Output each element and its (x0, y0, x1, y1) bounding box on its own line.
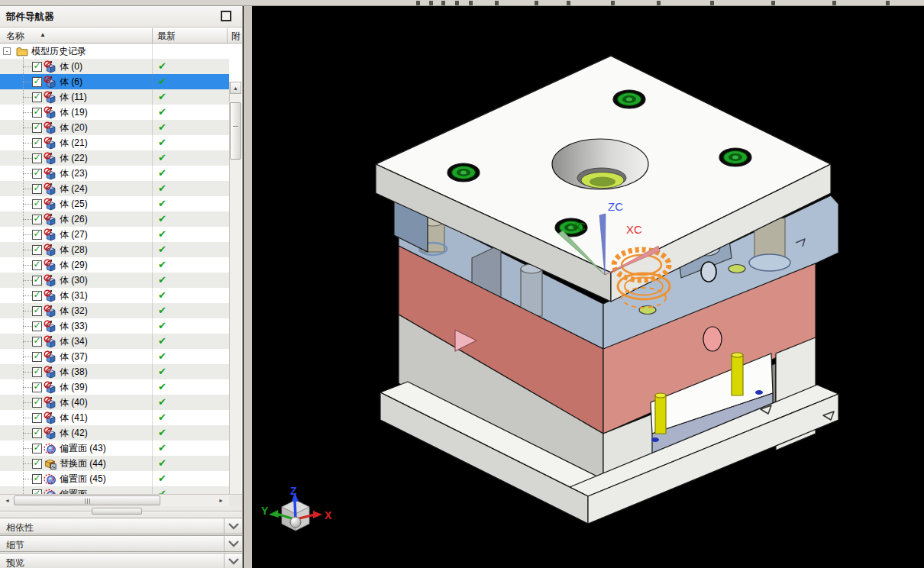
tree-row[interactable]: ✓ 体 (22) ✔ (0, 150, 229, 166)
row-label[interactable]: 体 (39) (60, 381, 88, 394)
tree-row[interactable]: ✓ 体 (31) ✔ (0, 288, 229, 303)
column-name[interactable]: 名称 (6, 30, 24, 43)
tree-row-model-history[interactable]: - 模型历史记录 (0, 44, 229, 59)
collapse-icon[interactable]: - (3, 47, 11, 55)
tree-row[interactable]: ✓ 体 (28) ✔ (0, 242, 229, 257)
row-label[interactable]: 体 (19) (60, 106, 88, 119)
view-triad[interactable]: Z Y X (261, 485, 332, 531)
tree-row[interactable]: ✓ 替换面 (44) ✔ (0, 456, 229, 471)
chevron-down-icon[interactable] (224, 518, 242, 534)
row-label[interactable]: 体 (41) (60, 411, 88, 424)
row-checkbox[interactable]: ✓ (32, 276, 42, 286)
vertical-scroll-thumb[interactable] (230, 102, 241, 160)
row-checkbox[interactable]: ✓ (32, 184, 42, 194)
row-checkbox[interactable]: ✓ (32, 306, 42, 316)
scroll-left-icon[interactable]: ◄ (2, 495, 13, 505)
vertical-scrollbar[interactable]: ▲ ▼ (229, 82, 241, 494)
tree-row[interactable]: ✓ 体 (23) ✔ (0, 166, 229, 181)
row-checkbox[interactable]: ✓ (32, 77, 42, 87)
tree-row[interactable]: ✓ 体 (6) ✔ (0, 74, 229, 89)
row-label[interactable]: 体 (27) (60, 228, 88, 241)
row-checkbox[interactable]: ✓ (32, 291, 42, 301)
row-label[interactable]: 体 (26) (60, 213, 88, 226)
row-label[interactable]: 偏置面 (45) (60, 473, 106, 486)
row-label[interactable]: 体 (25) (60, 198, 88, 211)
row-label[interactable]: 体 (23) (60, 167, 88, 180)
section-details[interactable]: 细节 (0, 535, 242, 552)
row-checkbox[interactable]: ✓ (32, 108, 42, 118)
row-label[interactable]: 体 (40) (60, 396, 88, 409)
tree-row[interactable]: ✓ 体 (30) ✔ (0, 273, 229, 288)
graphics-viewport[interactable]: ZC XC YC Z Y X (252, 6, 924, 568)
tree-row[interactable]: ✓ 体 (34) ✔ (0, 334, 229, 349)
row-checkbox[interactable]: ✓ (32, 413, 42, 423)
row-checkbox[interactable]: ✓ (32, 199, 42, 209)
row-label[interactable]: 体 (24) (60, 182, 88, 195)
tree-row[interactable]: ✓ 体 (26) ✔ (0, 211, 229, 227)
tree-row[interactable]: ✓ 体 (25) ✔ (0, 196, 229, 211)
horizontal-scrollbar[interactable]: ◄ ► (0, 494, 242, 506)
chevron-down-icon[interactable] (224, 553, 242, 568)
tree-row[interactable]: ✓ 体 (40) ✔ (0, 395, 229, 410)
row-label[interactable]: 体 (6) (60, 76, 82, 89)
row-checkbox[interactable]: ✓ (32, 367, 42, 377)
panel-resize-divider[interactable] (244, 6, 252, 568)
chevron-down-icon[interactable] (224, 536, 242, 551)
tree-row[interactable]: ✓ 偏置面 ✔ (0, 486, 229, 494)
row-label[interactable]: 体 (28) (60, 244, 88, 257)
tree-row[interactable]: ✓ 体 (19) ✔ (0, 105, 229, 120)
row-checkbox[interactable]: ✓ (32, 459, 42, 469)
row-label[interactable]: 体 (38) (60, 366, 88, 379)
row-checkbox[interactable]: ✓ (32, 352, 42, 362)
row-label[interactable]: 体 (11) (60, 91, 87, 104)
row-checkbox[interactable]: ✓ (32, 260, 42, 270)
row-label[interactable]: 偏置面 (60, 488, 87, 495)
row-label[interactable]: 体 (20) (60, 121, 88, 134)
tree-row[interactable]: ✓ 体 (39) ✔ (0, 379, 229, 395)
row-label[interactable]: 偏置面 (43) (60, 442, 106, 455)
row-label[interactable]: 体 (22) (60, 152, 88, 165)
row-checkbox[interactable]: ✓ (32, 444, 42, 453)
tree-row[interactable]: ✓ 体 (29) ✔ (0, 257, 229, 273)
row-label[interactable]: 体 (29) (60, 259, 88, 272)
splitter-grip[interactable] (92, 508, 142, 515)
row-checkbox[interactable]: ✓ (32, 428, 42, 438)
row-label[interactable]: 体 (37) (60, 350, 88, 363)
tree-row[interactable]: ✓ 体 (33) ✔ (0, 318, 229, 334)
tree-row[interactable]: ✓ 偏置面 (43) ✔ (0, 441, 229, 456)
row-label[interactable]: 体 (30) (60, 274, 88, 287)
tree-row[interactable]: ✓ 体 (27) ✔ (0, 227, 229, 242)
row-label[interactable]: 体 (21) (60, 137, 88, 150)
row-label[interactable]: 模型历史记录 (31, 45, 86, 58)
panel-splitter[interactable] (0, 506, 242, 517)
scroll-right-icon[interactable]: ► (215, 495, 227, 505)
row-checkbox[interactable]: ✓ (32, 92, 42, 102)
tree-row[interactable]: ✓ 体 (11) ✔ (0, 89, 229, 105)
row-label[interactable]: 替换面 (44) (60, 457, 106, 470)
row-checkbox[interactable]: ✓ (32, 245, 42, 255)
row-label[interactable]: 体 (34) (60, 335, 88, 348)
row-checkbox[interactable]: ✓ (32, 474, 42, 484)
column-extra[interactable]: 附 (231, 30, 241, 43)
mold-model[interactable] (376, 56, 838, 524)
row-checkbox[interactable]: ✓ (32, 398, 42, 408)
tree-row[interactable]: ✓ 体 (20) ✔ (0, 120, 229, 135)
row-checkbox[interactable]: ✓ (32, 153, 42, 163)
tree-row[interactable]: ✓ 偏置面 (45) ✔ (0, 471, 229, 486)
row-checkbox[interactable]: ✓ (32, 382, 42, 392)
tree-row[interactable]: ✓ 体 (0) ✔ (0, 59, 229, 74)
tree-row[interactable]: ✓ 体 (21) ✔ (0, 135, 229, 150)
row-checkbox[interactable]: ✓ (32, 138, 42, 148)
row-label[interactable]: 体 (32) (60, 305, 88, 318)
tree-row[interactable]: ✓ 体 (24) ✔ (0, 181, 229, 196)
panel-window-icon[interactable] (221, 11, 231, 21)
sort-ascending-icon[interactable]: ▲ (40, 31, 46, 38)
column-latest[interactable]: 最新 (157, 30, 176, 43)
row-checkbox[interactable]: ✓ (32, 169, 42, 179)
section-dependencies[interactable]: 相依性 (0, 518, 242, 534)
horizontal-scroll-thumb[interactable] (14, 495, 160, 505)
section-preview[interactable]: 预览 (0, 553, 242, 568)
tree-row[interactable]: ✓ 体 (41) ✔ (0, 410, 229, 425)
row-checkbox[interactable]: ✓ (32, 230, 42, 240)
row-label[interactable]: 体 (42) (60, 427, 88, 440)
